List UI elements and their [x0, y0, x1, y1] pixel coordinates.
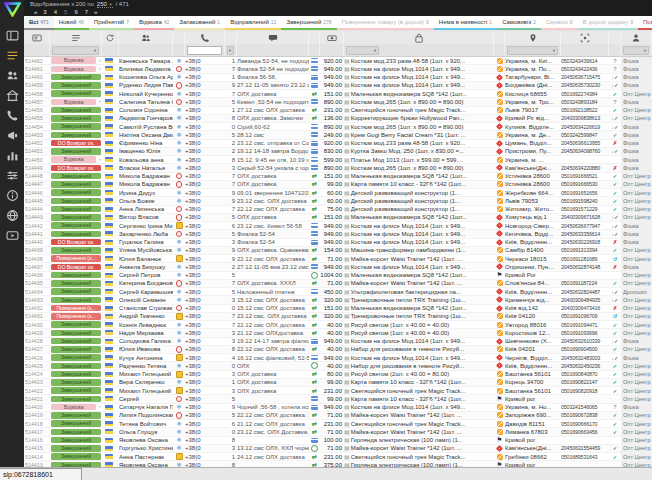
table-row[interactable]: 514448 Завершений◔ Микола Бадражан +38(0… [24, 173, 652, 181]
phone[interactable]: +38(0 [185, 197, 225, 204]
tracking-number[interactable]: 20450634226619 [561, 123, 609, 130]
tracking-number[interactable]: 20450632450236 [561, 362, 609, 369]
phone[interactable]: +38(0 [185, 329, 225, 336]
table-row[interactable]: 514434 Завершений◔ Сергей Карамышев +38(… [24, 288, 652, 296]
tab-Завершений[interactable]: Завершений278 [281, 16, 336, 30]
app-logo-icon[interactable] [4, 2, 21, 17]
phone[interactable]: +38(0 [185, 362, 225, 369]
page-7[interactable]: 7 [85, 9, 88, 15]
phone[interactable]: +38(0 [185, 453, 225, 460]
phone[interactable]: +38(0 [185, 173, 225, 180]
phone[interactable]: +38(0 [185, 272, 225, 279]
clients-icon[interactable] [6, 69, 19, 81]
tracking-number[interactable]: 0501690840870 [561, 371, 609, 378]
tracking-number[interactable]: 0501690904500 [561, 346, 609, 353]
table-row[interactable]: 514426 Завершений◔ Кучук Антонина +38(0 … [24, 354, 652, 362]
tracking-number[interactable]: 20450632610339 [561, 338, 609, 345]
tracking-number[interactable]: 0503243439614 [561, 57, 609, 64]
phone[interactable]: +38(0 [185, 321, 225, 328]
count-filter[interactable]: ▼ [225, 44, 237, 56]
info-icon[interactable] [6, 189, 19, 201]
tracking-number[interactable]: 0501691313394 [561, 247, 609, 254]
phone[interactable]: +38(0 [185, 65, 225, 72]
tracking-number[interactable]: 20400309473416 [561, 305, 609, 312]
tracking-number[interactable]: 0501690822147 [561, 379, 609, 386]
phone[interactable]: +38(0 [185, 280, 225, 287]
tab-Нема в наявності[interactable]: Нема в наявності1 [434, 16, 497, 30]
tab-Повернення товару (в дорозі)[interactable]: Повернення товару (в дорозі)0 [337, 16, 434, 30]
table-row[interactable]: 514438 Повернення (з...◔ Юлия Баланюк +3… [24, 255, 652, 263]
table-row[interactable]: 514457 Відмова◔ Салегина Татьяна С... +3… [24, 98, 652, 106]
phone[interactable]: +38(0 [185, 148, 225, 155]
tracking-number[interactable]: 20450636715475 [561, 74, 609, 81]
first-page-button[interactable]: « [34, 9, 37, 15]
tab-Сервіси[interactable]: Сервіси0 [541, 16, 578, 30]
phone[interactable]: +38(0 [185, 346, 225, 353]
manager-filter[interactable]: ▼ [621, 44, 652, 56]
phone-filter[interactable] [185, 44, 225, 56]
phone[interactable]: +38(0 [185, 107, 225, 114]
page-3[interactable]: 3 [43, 9, 46, 15]
tracking-number[interactable]: 0501691598240 [561, 197, 609, 204]
phone[interactable]: +38(0 [185, 90, 225, 97]
table-row[interactable]: 514421 Завершений◔ Сергей +38(0 5 99.00 … [24, 395, 652, 403]
last-page-button[interactable]: » [94, 9, 97, 15]
col-source-header[interactable] [173, 31, 185, 44]
table-row[interactable]: 514418 Завершений◔ Тетяна Войтович +38(0… [24, 420, 652, 428]
phone[interactable]: +38(0 [185, 247, 225, 254]
video-icon[interactable] [6, 229, 19, 241]
tab-Пов[interactable]: Пов [638, 16, 652, 30]
table-row[interactable]: 514417 Завершений◔ Ольга Глущук +38(0 0 … [24, 428, 652, 436]
table-row[interactable]: 514425 Завершений◔ Радченко Тетяна +38(0… [24, 362, 652, 370]
table-row[interactable]: 514444 Завершений◔ Анна Липенська +38(0 … [24, 206, 652, 214]
phone[interactable]: +38(0 [185, 230, 225, 237]
col-phone-header[interactable] [185, 31, 225, 44]
tracking-number[interactable]: 20450632874148 [561, 263, 609, 270]
tab-Прийнятий[interactable]: Прийнятий7 [89, 16, 134, 30]
phone[interactable]: +38(0 [185, 74, 225, 81]
phone[interactable]: +38(0 [185, 288, 225, 295]
table-row[interactable]: 514446 Завершений◔ Ирина Дидух +38(0 9 0… [24, 189, 652, 197]
tab-Новий[interactable]: Новий48 [54, 16, 89, 30]
tracking-number[interactable]: 0501691093696 [561, 329, 609, 336]
tracking-number[interactable]: 0503241546065 [561, 404, 609, 411]
phone[interactable]: +38(0 [185, 214, 225, 221]
phone[interactable]: +38(0 [185, 412, 225, 419]
table-row[interactable]: 514427 Завершений◔ Юлия Иванова +38(0 8 … [24, 346, 652, 354]
col-payment-header[interactable] [309, 31, 320, 44]
city-filter[interactable]: ▼ [505, 44, 561, 56]
status-filter[interactable]: ▼ [50, 44, 102, 56]
table-row[interactable]: 514459 Завершений◔ Руденко Лидия Пав... … [24, 82, 652, 90]
phone[interactable]: +38(0 [185, 98, 225, 105]
phone[interactable]: +38(0 [185, 428, 225, 435]
table-row[interactable]: 514428 Завершений◔ Солодкова Галина В...… [24, 338, 652, 346]
tracking-number[interactable]: 20450632824487 [561, 288, 609, 295]
statistics-icon[interactable] [6, 149, 19, 161]
phone[interactable]: +38(0 [185, 296, 225, 303]
tracking-number[interactable]: 20450636677947 [561, 222, 609, 229]
tracking-number[interactable]: 0501690663456 [561, 428, 609, 435]
phone[interactable]: +38(0 [185, 263, 225, 270]
phone[interactable]: +38(0 [185, 354, 225, 361]
tracking-number[interactable] [561, 395, 609, 402]
col-status-header[interactable] [50, 31, 102, 44]
col-delivery-header[interactable] [494, 31, 505, 44]
phone[interactable]: +38(0 [185, 395, 225, 402]
tracking-number[interactable]: 20450636613955 [561, 140, 609, 147]
phone[interactable]: +38(0 [185, 420, 225, 427]
tracking-number[interactable] [561, 272, 609, 279]
col-count-header[interactable] [225, 31, 237, 44]
phone[interactable]: +38(0 [185, 156, 225, 163]
table-row[interactable]: 514461 Відмова◔ Близнюк Людмила ... +38(… [24, 65, 652, 73]
announcements-icon[interactable] [6, 129, 19, 141]
col-product-header[interactable] [344, 31, 494, 44]
table-row[interactable]: 514449 DO Возврат ок.◔ Власюк Наталья +3… [24, 164, 652, 172]
page-6[interactable]: 6 [74, 9, 77, 15]
table-row[interactable]: 514451 Завершений◔ Іващенко Юлія +38(0 2… [24, 148, 652, 156]
phone[interactable]: +38(0 [185, 123, 225, 130]
per-page-dropdown[interactable]: 250 ▼ [97, 1, 113, 8]
calls-icon[interactable] [6, 109, 19, 121]
tracking-number[interactable]: 20450634098760 [561, 148, 609, 155]
table-row[interactable]: 514435 Завершений◔ Катерина Богданова +3… [24, 280, 652, 288]
tracking-number[interactable]: 20400309838613 [561, 115, 609, 122]
